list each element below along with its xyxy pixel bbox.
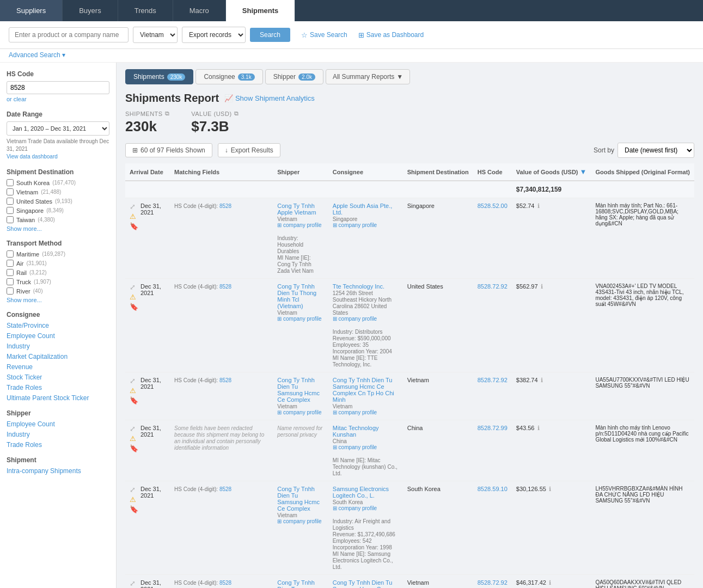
advanced-search-link[interactable]: Advanced Search ▾ (9, 51, 65, 59)
hs-match-link[interactable]: 8528 (219, 203, 231, 209)
transport-maritime-checkbox[interactable] (7, 250, 14, 258)
hs-match-link[interactable]: 8528 (219, 284, 231, 290)
destination-taiwan-checkbox[interactable] (7, 216, 14, 223)
shipper-profile-link[interactable]: ⊞ company profile (277, 409, 324, 415)
filter-stock-ticker[interactable]: Stock Ticker (7, 373, 109, 381)
warning-icon[interactable]: ⚠ (130, 387, 138, 395)
hs-code-link[interactable]: 8528.52.00 (478, 203, 508, 209)
bookmark-icon[interactable]: 🔖 (130, 222, 138, 230)
bookmark-icon[interactable]: 🔖 (130, 505, 138, 513)
hs-code-link[interactable]: 8528.72.99 (478, 425, 508, 431)
show-analytics-link[interactable]: 📈 Show Shipment Analytics (224, 94, 315, 102)
tab-shipments[interactable]: Shipments (226, 0, 295, 21)
filter-market-cap[interactable]: Market Capitalization (7, 353, 109, 360)
bookmark-icon[interactable]: 🔖 (130, 303, 138, 311)
consignee-profile-link[interactable]: ⊞ company profile (333, 316, 399, 322)
show-more-transport[interactable]: Show more... (7, 297, 109, 303)
copy-icon-2[interactable]: ⧉ (234, 110, 239, 117)
summary-reports-button[interactable]: All Summary Reports ▼ (326, 69, 410, 84)
hs-match-link[interactable]: 8528 (219, 377, 231, 383)
shipper-profile-link[interactable]: ⊞ company profile (277, 316, 324, 322)
country-select[interactable]: Vietnam (133, 27, 178, 43)
expand-icon[interactable]: ⤢ (130, 579, 138, 587)
warning-icon[interactable]: ⚠ (130, 434, 138, 443)
save-search-link[interactable]: ☆ Save Search (301, 31, 347, 39)
save-dashboard-link[interactable]: ⊞ Save as Dashboard (358, 31, 424, 39)
copy-icon[interactable]: ⧉ (165, 110, 170, 117)
filter-trade-roles[interactable]: Trade Roles (7, 384, 109, 391)
transport-truck-checkbox[interactable] (7, 278, 14, 285)
expand-icon[interactable]: ⤢ (130, 203, 138, 211)
consignee-profile-link[interactable]: ⊞ company profile (333, 505, 399, 511)
shipper-link[interactable]: Cong Ty Tnhh Dien Tu Thong Minh Tcl (Vie… (277, 283, 316, 309)
destination-singapore-checkbox[interactable] (7, 207, 14, 214)
destination-vietnam-checkbox[interactable] (7, 188, 14, 195)
filter-shipper-trade-roles[interactable]: Trade Roles (7, 441, 109, 449)
show-more-destinations[interactable]: Show more... (7, 225, 109, 232)
transport-rail-checkbox[interactable] (7, 269, 14, 276)
tab-consignee-report[interactable]: Consignee 3.1k (195, 69, 262, 84)
export-select[interactable]: Export records (182, 27, 246, 43)
info-icon[interactable]: ℹ (541, 377, 543, 383)
tab-macro[interactable]: Macro (173, 0, 226, 21)
filter-shipper-employee-count[interactable]: Employee Count (7, 420, 109, 428)
tab-shipper-report[interactable]: Shipper 2.0k (265, 69, 323, 84)
hs-match-link[interactable]: 8528 (219, 486, 231, 492)
filter-industry[interactable]: Industry (7, 342, 109, 350)
expand-icon[interactable]: ⤢ (130, 283, 138, 291)
consignee-profile-link[interactable]: ⊞ company profile (333, 409, 399, 415)
export-results-button[interactable]: ↓ Export Results (218, 143, 280, 157)
consignee-link[interactable]: Mitac Technology Kunshan (333, 425, 379, 438)
warning-icon[interactable]: ⚠ (130, 212, 138, 220)
hs-code-link[interactable]: 8528.72.92 (478, 283, 508, 290)
date-range-select[interactable]: Jan 1, 2020 – Dec 31, 2021 (7, 121, 109, 136)
tab-buyers[interactable]: Buyers (63, 0, 118, 21)
tab-shipments-report[interactable]: Shipments 230k (125, 69, 193, 84)
warning-icon[interactable]: ⚠ (130, 495, 138, 504)
shipper-profile-link[interactable]: ⊞ company profile (277, 518, 324, 524)
filter-icon[interactable]: ▼ (580, 168, 587, 176)
filter-shipper-industry[interactable]: Industry (7, 431, 109, 438)
sort-select[interactable]: Date (newest first) Date (oldest first) … (618, 143, 694, 158)
consignee-profile-link[interactable]: ⊞ company profile (333, 444, 399, 450)
info-icon[interactable]: ℹ (549, 579, 551, 586)
bookmark-icon[interactable]: 🔖 (130, 444, 138, 452)
filter-ultimate-parent[interactable]: Ultimate Parent Stock Ticker (7, 394, 109, 402)
destination-us-checkbox[interactable] (7, 198, 14, 205)
hs-match-link[interactable]: 8528 (219, 580, 231, 586)
info-icon[interactable]: ℹ (549, 486, 551, 492)
fields-shown-button[interactable]: ⊞ 60 of 97 Fields Shown (125, 143, 212, 157)
hs-code-link[interactable]: 8528.72.92 (478, 579, 508, 586)
shipper-link[interactable]: Cong Ty Tnhh Apple Vietnam (277, 203, 316, 216)
transport-river-checkbox[interactable] (7, 287, 14, 295)
hs-code-link[interactable]: 8528.72.92 (478, 377, 508, 383)
info-icon[interactable]: ℹ (537, 425, 540, 431)
consignee-link[interactable]: Tte Technology Inc. (333, 283, 384, 290)
destination-south-korea-checkbox[interactable] (7, 179, 14, 186)
search-input[interactable] (9, 27, 129, 42)
search-button[interactable]: Search (250, 28, 290, 42)
filter-revenue[interactable]: Revenue (7, 363, 109, 371)
view-dashboard-link[interactable]: View data dashboard (7, 154, 58, 160)
tab-suppliers[interactable]: Suppliers (0, 0, 63, 21)
consignee-link[interactable]: Cong Ty Tnhh Dien Tu Samsung Hcmc Ce Com… (333, 579, 394, 588)
info-icon[interactable]: ℹ (541, 283, 543, 290)
expand-icon[interactable]: ⤢ (130, 377, 138, 385)
consignee-link[interactable]: Apple South Asia Pte., Ltd. (333, 203, 392, 216)
tab-trends[interactable]: Trends (118, 0, 173, 21)
hs-code-input[interactable] (7, 81, 109, 94)
shipper-link[interactable]: Cong Ty Tnhh Dien Tu Samsung Hcmc Ce Com… (277, 579, 320, 588)
shipper-link[interactable]: Cong Ty Tnhh Dien Tu Samsung Hcmc Ce Com… (277, 377, 320, 403)
shipper-profile-link[interactable]: ⊞ company profile (277, 222, 324, 228)
bookmark-icon[interactable]: 🔖 (130, 396, 138, 405)
shipper-link[interactable]: Cong Ty Tnhh Dien Tu Samsung Hcmc Ce Com… (277, 486, 320, 512)
consignee-link[interactable]: Samsung Electronics Logitech Co., L. (333, 486, 389, 499)
consignee-link[interactable]: Cong Ty Tnhh Dien Tu Samsung Hcmc Ce Com… (333, 377, 394, 403)
filter-state-province[interactable]: State/Province (7, 322, 109, 329)
transport-air-checkbox[interactable] (7, 260, 14, 267)
filter-intracompany[interactable]: Intra-company Shipments (7, 467, 109, 475)
consignee-profile-link[interactable]: ⊞ company profile (333, 222, 399, 228)
info-icon[interactable]: ℹ (537, 203, 540, 209)
expand-icon[interactable]: ⤢ (130, 486, 138, 494)
hs-code-clear-link[interactable]: or clear (7, 96, 27, 102)
